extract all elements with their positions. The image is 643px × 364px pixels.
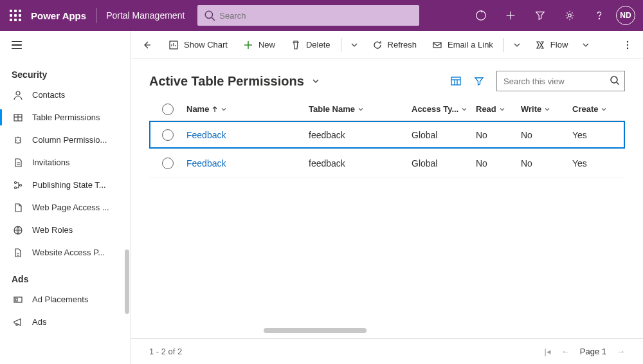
sidebar-toggle[interactable]: [0, 31, 131, 59]
chevron-down-icon: [499, 106, 505, 113]
sort-asc-icon: [212, 106, 218, 113]
col-table[interactable]: Table Name: [309, 104, 412, 114]
trash-icon: [291, 40, 301, 50]
svg-point-24: [627, 47, 628, 48]
sidebar-item-table-permissions[interactable]: Table Permissions: [0, 106, 131, 129]
svg-line-1: [212, 17, 215, 21]
sidebar-item-column-permissio-[interactable]: Column Permissio...: [0, 129, 131, 151]
chevron-down-icon: [358, 106, 364, 113]
select-all[interactable]: [162, 104, 174, 115]
overflow-menu[interactable]: [616, 35, 639, 55]
view-selector[interactable]: Active Table Permissions: [149, 74, 321, 89]
settings-button[interactable]: [556, 1, 584, 30]
user-initials: ND: [620, 11, 631, 20]
flow-icon: [535, 40, 545, 50]
col-access[interactable]: Access Ty...: [412, 104, 476, 114]
globe-icon: [12, 225, 24, 235]
svg-point-13: [20, 184, 22, 186]
refresh-button[interactable]: Refresh: [366, 35, 424, 55]
svg-point-29: [611, 77, 617, 83]
sidebar-item-label: Ads: [32, 317, 46, 327]
sidebar-item-label: Invitations: [32, 158, 70, 167]
page-next[interactable]: →: [617, 347, 625, 356]
show-chart-button[interactable]: Show Chart: [162, 35, 234, 55]
flow-button[interactable]: Flow: [529, 35, 574, 55]
svg-rect-25: [451, 77, 460, 85]
sidebar-item-label: Ad Placements: [32, 295, 88, 304]
page-icon: [12, 158, 24, 168]
table-row[interactable]: FeedbackfeedbackGlobalNoNoYes: [149, 149, 625, 177]
back-button[interactable]: [135, 35, 158, 55]
sidebar-item-web-roles[interactable]: Web Roles: [0, 219, 131, 241]
row-select[interactable]: [162, 158, 174, 169]
add-button[interactable]: [496, 1, 525, 30]
data-grid: Name Table Name Access Ty... Read Write …: [131, 98, 643, 177]
page-prev[interactable]: ←: [561, 347, 570, 356]
branch-icon: [12, 180, 24, 190]
user-avatar[interactable]: ND: [616, 6, 635, 25]
svg-point-0: [206, 11, 213, 18]
sidebar-item-contacts[interactable]: Contacts: [0, 84, 131, 106]
row-read: No: [476, 158, 521, 168]
chevron-down-icon: [512, 40, 522, 50]
row-write: No: [521, 158, 572, 168]
header-actions: ND: [467, 1, 638, 30]
columns-icon: [450, 75, 462, 87]
row-select[interactable]: [162, 129, 174, 141]
col-write[interactable]: Write: [521, 104, 572, 114]
row-read: No: [476, 130, 521, 140]
chevron-down-icon: [221, 106, 227, 113]
row-access: Global: [412, 158, 476, 168]
delete-split-chevron[interactable]: [345, 35, 363, 55]
back-icon: [141, 40, 152, 50]
flow-chevron[interactable]: [577, 35, 595, 55]
col-name[interactable]: Name: [186, 104, 309, 114]
chevron-down-icon: [581, 40, 591, 50]
filter-button[interactable]: [473, 75, 485, 87]
table-icon: [12, 113, 24, 123]
mail-icon: [432, 40, 442, 50]
header-divider: [96, 8, 97, 23]
app-header: Power Apps Portal Management ND: [0, 0, 643, 31]
sidebar-item-ad-placements[interactable]: Ad Placements: [0, 288, 131, 311]
plus-icon: [243, 40, 253, 50]
svg-point-11: [15, 181, 17, 183]
row-table: feedback: [309, 130, 412, 140]
app-launcher[interactable]: [5, 5, 26, 26]
row-name-link[interactable]: Feedback: [186, 158, 226, 168]
sidebar-scrollbar[interactable]: [125, 250, 129, 314]
sidebar-item-invitations[interactable]: Invitations: [0, 151, 131, 174]
row-count: 1 - 2 of 2: [149, 347, 182, 356]
horizontal-scrollbar[interactable]: [264, 328, 367, 333]
sidebar-item-website-access-p-[interactable]: Website Access P...: [0, 241, 131, 264]
command-bar: Show Chart New Delete Refresh Email a Li…: [131, 31, 643, 59]
publish-button[interactable]: [467, 1, 495, 30]
help-icon: [593, 10, 605, 21]
sidebar: SecurityContactsTable PermissionsColumn …: [0, 31, 131, 364]
col-create[interactable]: Create: [572, 104, 617, 114]
view-search-input[interactable]: [496, 71, 625, 91]
view-search-button[interactable]: [610, 75, 620, 86]
search-icon: [610, 75, 620, 86]
col-read[interactable]: Read: [476, 104, 521, 114]
sidebar-item-web-page-access-[interactable]: Web Page Access ...: [0, 196, 131, 219]
edit-columns-button[interactable]: [450, 75, 462, 87]
delete-button[interactable]: Delete: [284, 35, 337, 55]
row-name-link[interactable]: Feedback: [186, 130, 226, 140]
table-row[interactable]: FeedbackfeedbackGlobalNoNoYes: [149, 121, 625, 149]
help-button[interactable]: [585, 1, 613, 30]
filter-button[interactable]: [526, 1, 554, 30]
email-link-button[interactable]: Email a Link: [426, 35, 500, 55]
row-create: Yes: [572, 130, 617, 140]
email-split-chevron[interactable]: [508, 35, 526, 55]
row-table: feedback: [309, 158, 412, 168]
global-search-input[interactable]: [197, 5, 419, 26]
global-search-wrap: [197, 5, 419, 26]
sidebar-item-publishing-state-t-[interactable]: Publishing State T...: [0, 174, 131, 196]
funnel-icon: [473, 75, 485, 87]
sidebar-item-ads[interactable]: Ads: [0, 311, 131, 333]
page-first[interactable]: |◂: [544, 347, 550, 356]
refresh-icon: [372, 40, 383, 50]
new-button[interactable]: New: [237, 35, 282, 55]
grid-footer: 1 - 2 of 2 |◂ ← Page 1 →: [131, 338, 643, 364]
